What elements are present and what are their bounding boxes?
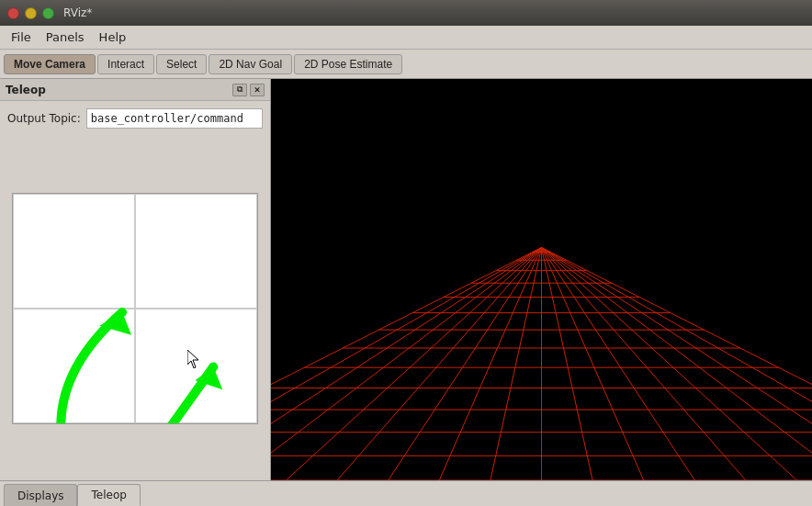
- titlebar: RViz*: [0, 0, 812, 26]
- toolbar-move-camera[interactable]: Move Camera: [4, 54, 96, 74]
- toolbar: Move Camera Interact Select 2D Nav Goal …: [0, 50, 812, 79]
- window-title: RViz*: [63, 6, 92, 19]
- toolbar-select[interactable]: Select: [156, 54, 207, 74]
- minimize-button[interactable]: [25, 7, 37, 19]
- grid-cell-top-left[interactable]: [13, 194, 135, 309]
- output-topic-row: Output Topic:: [0, 101, 270, 136]
- teleop-float-button[interactable]: ⧉: [232, 84, 247, 96]
- left-panel: Teleop ⧉ ✕ Output Topic:: [0, 79, 271, 480]
- toolbar-2d-nav-goal[interactable]: 2D Nav Goal: [209, 54, 292, 74]
- output-topic-input[interactable]: [86, 108, 263, 129]
- teleop-grid[interactable]: [12, 193, 258, 424]
- 3d-view[interactable]: [271, 79, 812, 480]
- teleop-controls: ⧉ ✕: [232, 84, 265, 96]
- grid-cell-bottom-left[interactable]: [13, 309, 135, 423]
- grid-cell-bottom-right[interactable]: [135, 309, 257, 423]
- toolbar-2d-pose-estimate[interactable]: 2D Pose Estimate: [294, 54, 402, 74]
- tab-teleop[interactable]: Teleop: [77, 484, 140, 506]
- bottom-tabs: Displays Teleop: [0, 480, 812, 506]
- teleop-close-button[interactable]: ✕: [250, 84, 265, 96]
- maximize-button[interactable]: [42, 7, 54, 19]
- menu-file[interactable]: File: [4, 28, 39, 46]
- close-button[interactable]: [7, 7, 19, 19]
- output-topic-label: Output Topic:: [7, 112, 81, 125]
- tab-displays[interactable]: Displays: [4, 484, 77, 506]
- 3d-grid-canvas: [271, 79, 812, 480]
- teleop-header: Teleop ⧉ ✕: [0, 79, 270, 101]
- menu-help[interactable]: Help: [92, 28, 134, 46]
- toolbar-interact[interactable]: Interact: [97, 54, 154, 74]
- teleop-grid-container: [0, 136, 270, 480]
- menubar: File Panels Help: [0, 26, 812, 50]
- menu-panels[interactable]: Panels: [39, 28, 92, 46]
- main-content: Teleop ⧉ ✕ Output Topic:: [0, 79, 812, 480]
- teleop-title: Teleop: [6, 84, 46, 96]
- grid-cell-top-right[interactable]: [135, 194, 257, 309]
